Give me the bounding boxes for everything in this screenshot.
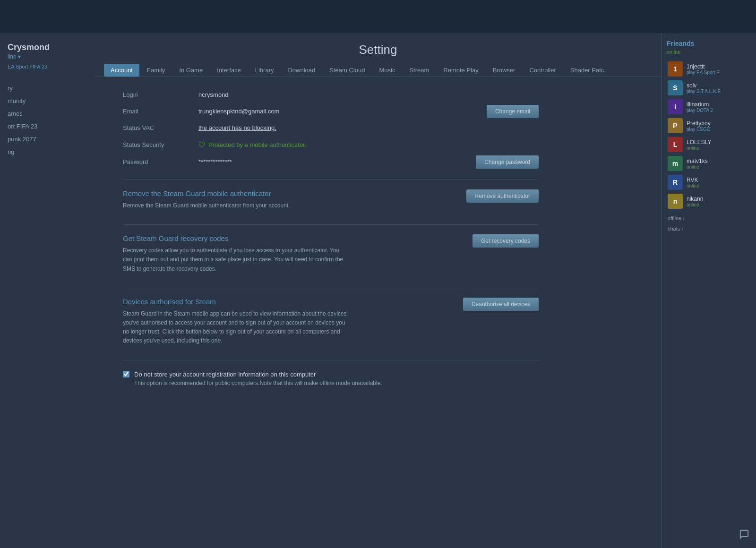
- sidebar-item-ames[interactable]: ames: [0, 107, 94, 120]
- tab-controller[interactable]: Controller: [523, 64, 562, 77]
- friends-panel: Frieands online 1 1njecttt play EA Sport…: [662, 33, 756, 548]
- friend-avatar-nikann: n: [668, 194, 683, 209]
- email-label: Email: [123, 108, 198, 115]
- sidebar: Crysmond line ▾ EA Sport FIFA 23 ry muni…: [0, 33, 94, 548]
- vac-row: Status VAC the account has no blocking.: [123, 120, 539, 136]
- tab-interface[interactable]: Interface: [210, 64, 248, 77]
- tab-stream[interactable]: Stream: [403, 64, 436, 77]
- checkbox-text-block: Do not store your account registration i…: [134, 370, 382, 388]
- friend-game-1njecttt: play EA Sport F: [687, 70, 750, 75]
- login-value: ncrysmond: [198, 91, 539, 98]
- top-bar: [0, 0, 756, 33]
- friend-info-illinarium: illinarium play DOTA 2: [687, 101, 750, 113]
- sidebar-game: EA Sport FIFA 23: [0, 64, 94, 77]
- tab-library[interactable]: Library: [249, 64, 281, 77]
- chats-section[interactable]: chats ›: [668, 226, 751, 231]
- friend-item-prettyboy[interactable]: P Prettyboy play CSGO: [667, 116, 751, 135]
- devices-desc: Steam Guard in the Steam mobile app can …: [123, 309, 350, 346]
- friend-info-matv1ks: matv1ks online: [687, 158, 750, 170]
- sidebar-item-ry[interactable]: ry: [0, 82, 94, 94]
- vac-label: Status VAC: [123, 124, 198, 131]
- tab-account[interactable]: Account: [104, 64, 139, 77]
- change-email-action: Change email: [487, 105, 539, 118]
- account-info-table: Login ncrysmond Email trungkienspktnd@ga…: [123, 86, 539, 170]
- friend-item-rvk[interactable]: R RVK online: [667, 173, 751, 192]
- friend-name-rvk: RVK: [687, 177, 750, 183]
- sidebar-item-munity[interactable]: munity: [0, 94, 94, 107]
- tab-browser[interactable]: Browser: [486, 64, 522, 77]
- sidebar-item-fifa[interactable]: ort FIFA 23: [0, 120, 94, 133]
- friend-status-nikann: online: [687, 202, 750, 207]
- friend-info-1njecttt: 1njecttt play EA Sport F: [687, 63, 750, 75]
- login-row: Login ncrysmond: [123, 86, 539, 103]
- checkbox-row: Do not store your account registration i…: [123, 370, 539, 388]
- change-email-button[interactable]: Change email: [487, 105, 539, 118]
- remove-authenticator-button[interactable]: Remove authenticator: [466, 189, 539, 203]
- sidebar-status[interactable]: line ▾: [0, 53, 94, 64]
- remove-auth-section: Remove the Steam Guard mobile authentica…: [123, 189, 539, 210]
- friend-info-nikann: nikann_ online: [687, 196, 750, 207]
- friend-info-prettyboy: Prettyboy play CSGO: [687, 120, 750, 132]
- devices-section: Devices authorised for Steam Steam Guard…: [123, 298, 539, 346]
- tab-steamcloud[interactable]: Steam Cloud: [323, 64, 371, 77]
- friend-item-lolesly[interactable]: L LOLESLY online: [667, 135, 751, 154]
- no-store-checkbox[interactable]: [123, 371, 129, 377]
- remove-auth-desc: Remove the Steam Guard mobile authentica…: [123, 201, 350, 210]
- main-content: Setting Account Family In Game Interface…: [94, 33, 662, 548]
- friend-item-matv1ks[interactable]: m matv1ks online: [667, 154, 751, 173]
- tab-music[interactable]: Music: [372, 64, 402, 77]
- chats-label: chats: [668, 226, 680, 231]
- tab-download[interactable]: Download: [281, 64, 322, 77]
- chat-bubble-icon[interactable]: [739, 529, 749, 541]
- offline-label: offline: [668, 215, 681, 221]
- friend-name-1njecttt: 1njecttt: [687, 63, 750, 70]
- friend-name-matv1ks: matv1ks: [687, 158, 750, 164]
- friend-game-illinarium: play DOTA 2: [687, 108, 750, 113]
- security-value-text: Protected by a mobile authenticator.: [208, 141, 306, 148]
- friend-item-illinarium[interactable]: i illinarium play DOTA 2: [667, 97, 751, 116]
- password-row: Pasiword ************** Change password: [123, 154, 539, 170]
- email-row: Email trungkienspktnd@gamail.com Change …: [123, 103, 539, 120]
- sidebar-username: Crysmond: [0, 43, 94, 53]
- friend-status-matv1ks: online: [687, 164, 750, 170]
- shield-icon: 🛡: [198, 141, 206, 149]
- recovery-codes-btn-wrapper: Get recovery codes: [472, 234, 539, 248]
- recovery-codes-section: Get Steam Guard recovery codes Recovery …: [123, 234, 539, 274]
- friend-name-nikann: nikann_: [687, 196, 750, 202]
- checkbox-note: This option is recommended for public co…: [134, 379, 382, 387]
- get-recovery-codes-button[interactable]: Get recovery codes: [472, 234, 539, 248]
- friend-name-lolesly: LOLESLY: [687, 139, 750, 146]
- page-title: Setting: [94, 33, 662, 64]
- offline-section[interactable]: offline ›: [668, 215, 751, 221]
- sidebar-item-punk[interactable]: punk 2077: [0, 133, 94, 146]
- change-password-action: Change password: [476, 155, 539, 169]
- friend-item-1njecttt[interactable]: 1 1njecttt play EA Sport F: [667, 60, 751, 78]
- friend-name-solv: solv: [687, 82, 750, 89]
- chats-arrow-icon: ›: [681, 226, 683, 231]
- friend-item-solv[interactable]: S solv play S.T.A.L.K.E: [667, 78, 751, 97]
- vac-value: the account has no blocking.: [198, 124, 539, 131]
- friend-avatar-matv1ks: m: [668, 156, 683, 171]
- sidebar-nav: ry munity ames ort FIFA 23 punk 2077 ng: [0, 82, 94, 158]
- friends-online-label: online: [667, 49, 751, 55]
- login-label: Login: [123, 91, 198, 98]
- security-value: 🛡 Protected by a mobile authenticator.: [198, 141, 539, 149]
- tab-shaderpatc[interactable]: Shader Patc.: [564, 64, 612, 77]
- sidebar-item-ng[interactable]: ng: [0, 146, 94, 158]
- friend-item-nikann[interactable]: n nikann_ online: [667, 192, 751, 211]
- divider-4: [123, 360, 539, 360]
- friend-avatar-rvk: R: [668, 175, 683, 190]
- divider-2: [123, 224, 539, 225]
- friend-avatar-lolesly: L: [668, 137, 683, 152]
- divider-1: [123, 180, 539, 180]
- security-row: Status Security 🛡 Protected by a mobile …: [123, 136, 539, 154]
- tab-remoteplay[interactable]: Remote Play: [437, 64, 485, 77]
- settings-area: Login ncrysmond Email trungkienspktnd@ga…: [94, 77, 567, 397]
- friend-avatar-solv: S: [668, 80, 683, 95]
- devices-btn-wrapper: Deauthorise all devices: [463, 298, 539, 311]
- tab-family[interactable]: Family: [140, 64, 172, 77]
- change-password-button[interactable]: Change password: [476, 155, 539, 169]
- tab-ingame[interactable]: In Game: [172, 64, 209, 77]
- deauthorise-all-devices-button[interactable]: Deauthorise all devices: [463, 298, 539, 311]
- friends-title: Frieands: [667, 40, 751, 47]
